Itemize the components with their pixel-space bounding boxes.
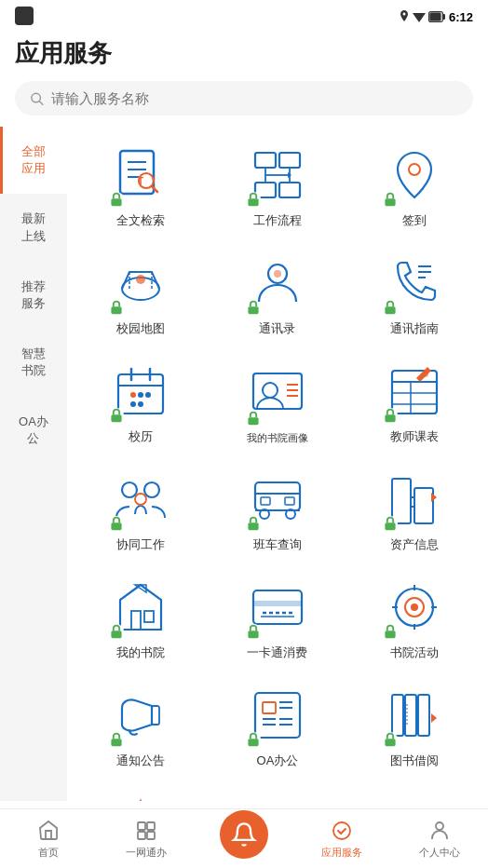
svg-point-27 <box>136 275 145 284</box>
nav-bell[interactable] <box>196 810 293 868</box>
nav-profile[interactable]: 个人中心 <box>390 819 488 860</box>
svg-rect-23 <box>248 198 258 206</box>
svg-text:T: T <box>138 176 143 186</box>
svg-rect-68 <box>285 497 294 505</box>
app-checkin[interactable]: 签到 <box>347 134 481 238</box>
sidebar-item-smart[interactable]: 智慧 书院 <box>0 329 67 396</box>
sidebar-item-new[interactable]: 最新 上线 <box>0 194 67 261</box>
svg-rect-30 <box>112 306 122 314</box>
svg-rect-100 <box>385 631 395 638</box>
nav-appservice[interactable]: 应用服务 <box>292 819 390 860</box>
svg-rect-64 <box>112 522 122 530</box>
appservice-icon <box>330 819 354 843</box>
page-title: 应用服务 <box>15 37 473 70</box>
svg-rect-104 <box>263 702 276 713</box>
svg-rect-53 <box>248 417 258 425</box>
status-right: 6:12 <box>399 10 473 24</box>
sidebar-item-all[interactable]: 全部 应用 <box>0 127 67 194</box>
profile-icon <box>427 819 452 843</box>
app-notice[interactable]: 通知公告 <box>75 674 208 779</box>
app-oa[interactable]: OA办公 <box>211 674 345 779</box>
svg-point-59 <box>423 372 428 377</box>
status-bar: 6:12 <box>0 0 488 30</box>
svg-rect-18 <box>279 183 300 197</box>
app-myacademy[interactable]: 我的书院画像 <box>211 350 345 454</box>
status-app-icon <box>15 7 34 28</box>
svg-rect-15 <box>255 153 276 168</box>
svg-marker-115 <box>431 713 437 723</box>
app-myschool[interactable]: 我的书院 <box>75 566 208 671</box>
app-contacts[interactable]: 通讯录 <box>211 242 345 346</box>
bottom-nav: 首页 一网通办 应用服务 <box>0 808 488 868</box>
nav-home[interactable]: 首页 <box>0 819 98 860</box>
svg-rect-117 <box>385 739 395 746</box>
app-campusmap[interactable]: 校园地图 <box>75 242 208 346</box>
home-icon <box>36 819 61 843</box>
svg-rect-82 <box>144 611 154 622</box>
svg-rect-81 <box>131 611 141 630</box>
svg-rect-83 <box>112 631 122 638</box>
svg-rect-80 <box>385 522 395 530</box>
nav-onestop-label: 一网通办 <box>126 846 167 860</box>
svg-rect-14 <box>112 198 122 206</box>
app-assets[interactable]: 资产信息 <box>347 458 481 563</box>
nav-home-label: 首页 <box>38 846 59 860</box>
svg-point-63 <box>135 494 146 505</box>
svg-rect-0 <box>15 7 34 25</box>
svg-rect-111 <box>248 739 258 746</box>
app-label-contacts: 通讯录 <box>259 320 295 337</box>
svg-point-45 <box>130 401 136 407</box>
svg-rect-101 <box>152 706 159 725</box>
content-area: T 全文检索 <box>67 127 488 801</box>
svg-rect-103 <box>255 693 300 738</box>
app-collab[interactable]: 协同工作 <box>75 458 208 563</box>
nav-onestop[interactable]: 一网通办 <box>98 819 196 860</box>
sidebar: 全部 应用 最新 上线 推荐 服务 智慧 书院 OA办 公 <box>0 127 67 801</box>
svg-rect-54 <box>392 371 437 414</box>
sidebar-item-recommend[interactable]: 推荐 服务 <box>0 262 67 329</box>
svg-point-24 <box>409 164 420 175</box>
svg-rect-16 <box>279 153 300 168</box>
svg-line-6 <box>39 101 43 104</box>
svg-rect-47 <box>112 414 122 422</box>
svg-rect-76 <box>414 488 433 523</box>
svg-rect-33 <box>248 306 258 314</box>
search-bar[interactable] <box>15 81 473 115</box>
app-calendar[interactable]: 校历 <box>75 350 208 454</box>
svg-point-126 <box>436 822 443 830</box>
app-label-calendar: 校历 <box>129 428 153 445</box>
app-knowledge[interactable]: 知道书院 <box>75 782 208 801</box>
svg-rect-25 <box>385 198 395 206</box>
svg-point-49 <box>263 383 278 398</box>
svg-rect-60 <box>385 414 395 422</box>
svg-point-43 <box>138 392 143 398</box>
svg-point-5 <box>32 93 40 102</box>
app-onecard[interactable]: 一卡通消费 <box>211 566 345 671</box>
svg-marker-1 <box>413 13 426 22</box>
app-bus[interactable]: 班车查询 <box>211 458 345 563</box>
app-fulltext[interactable]: T 全文检索 <box>75 134 208 238</box>
page-header: 应用服务 <box>0 30 488 81</box>
svg-point-61 <box>122 482 137 497</box>
svg-point-125 <box>333 822 350 839</box>
svg-rect-102 <box>112 739 122 746</box>
bell-button[interactable] <box>220 810 268 859</box>
app-timetable[interactable]: 教师课表 <box>347 350 481 454</box>
app-activity[interactable]: 书院活动 <box>347 566 481 671</box>
app-label-checkin: 签到 <box>402 212 427 229</box>
nav-profile-label: 个人中心 <box>419 846 460 860</box>
svg-rect-114 <box>418 695 429 736</box>
app-library[interactable]: 图书借阅 <box>347 674 481 779</box>
sidebar-item-oa[interactable]: OA办 公 <box>0 397 67 464</box>
svg-rect-122 <box>147 822 155 830</box>
status-time: 6:12 <box>449 10 473 24</box>
app-workflow[interactable]: 工作流程 <box>211 134 345 238</box>
svg-rect-124 <box>147 832 155 839</box>
app-commguide[interactable]: 通讯指南 <box>347 242 481 346</box>
svg-rect-92 <box>248 631 258 638</box>
svg-rect-74 <box>248 522 258 530</box>
svg-rect-3 <box>442 15 444 20</box>
svg-point-42 <box>130 392 136 398</box>
search-input[interactable] <box>51 90 458 106</box>
svg-rect-4 <box>430 13 441 20</box>
